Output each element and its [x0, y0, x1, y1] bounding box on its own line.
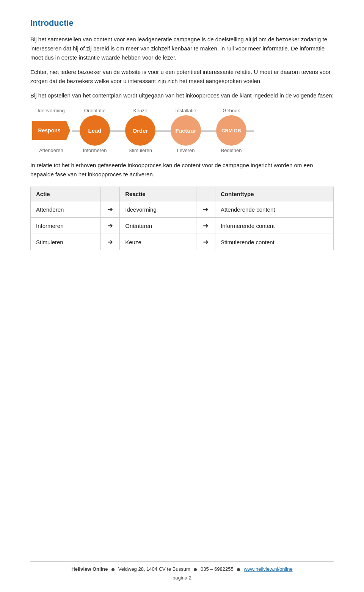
td-content-3: Stimulerende content: [215, 234, 334, 250]
respons-shape: Respons: [30, 117, 72, 144]
footer-phone: 035 – 6982255: [201, 566, 234, 572]
circle-lead: Lead: [80, 115, 110, 146]
footer-dot-3: [237, 568, 240, 571]
page-footer: Heliview Online Veldweg 28, 1404 CV te B…: [30, 561, 334, 581]
content-table: Actie Reactie Contenttype Attenderen ➜ I…: [30, 187, 334, 250]
bottom-label-attenderen: Attenderen: [30, 148, 72, 153]
diagram-bottom-labels: Attenderen Informeren Stimuleren Leveren…: [30, 148, 311, 153]
process-diagram: Ideevorming Orientatie Keuze Installatie…: [30, 108, 311, 153]
td-arrow1-3: ➜: [101, 234, 120, 250]
footer-website-link[interactable]: www.heliview.nl/online: [244, 566, 293, 572]
top-label-keuze: Keuze: [118, 108, 163, 113]
paragraph-3: Bij het opstellen van het contentplan wo…: [30, 91, 334, 100]
top-label-orientatie: Orientatie: [72, 108, 118, 113]
td-arrow2-2: ➜: [196, 218, 215, 234]
td-arrow2-3: ➜: [196, 234, 215, 250]
table-row: Informeren ➜ Oriënteren ➜ Informerende c…: [31, 218, 334, 234]
th-reactie: Reactie: [120, 187, 196, 201]
paragraph-after-diagram: In relatie tot het hierboven gefaseerde …: [30, 161, 334, 179]
td-reactie-2: Oriënteren: [120, 218, 196, 234]
td-content-1: Attenderende content: [215, 201, 334, 218]
footer-company: Heliview Online: [71, 566, 108, 572]
lead-col: Lead: [72, 115, 118, 146]
td-arrow1-1: ➜: [101, 201, 120, 218]
bottom-label-bedienen: Bedienen: [209, 148, 254, 153]
top-label-installatie: Installatie: [163, 108, 209, 113]
paragraph-2: Echter, niet iedere bezoeker van de webs…: [30, 68, 334, 86]
td-arrow2-1: ➜: [196, 201, 215, 218]
diagram-top-labels: Ideevorming Orientatie Keuze Installatie…: [30, 108, 311, 113]
footer-address: Veldweg 28, 1404 CV te Bussum: [118, 566, 190, 572]
circle-factuur: Factuur: [171, 115, 201, 146]
bottom-label-informeren: Informeren: [72, 148, 118, 153]
top-label-ideevorming: Ideevorming: [30, 108, 72, 113]
order-col: Order: [118, 115, 163, 146]
page-title: Introductie: [30, 18, 334, 28]
bottom-label-leveren: Leveren: [163, 148, 209, 153]
th-arrow1: [101, 187, 120, 201]
td-content-2: Informerende content: [215, 218, 334, 234]
td-reactie-3: Keuze: [120, 234, 196, 250]
svg-text:Respons: Respons: [38, 127, 60, 133]
page-content: Introductie Bij het samenstellen van con…: [0, 0, 364, 281]
footer-dot-1: [111, 568, 115, 571]
td-arrow1-2: ➜: [101, 218, 120, 234]
circle-crmdb: CRM DB: [216, 115, 246, 146]
paragraph-1: Bij het samenstellen van content voor ee…: [30, 35, 334, 62]
table-row: Attenderen ➜ Ideevorming ➜ Attenderende …: [31, 201, 334, 218]
td-reactie-1: Ideevorming: [120, 201, 196, 218]
td-actie-3: Stimuleren: [31, 234, 101, 250]
bottom-label-stimuleren: Stimuleren: [118, 148, 163, 153]
th-actie: Actie: [31, 187, 101, 201]
footer-dot-2: [194, 568, 197, 571]
th-contenttype: Contenttype: [215, 187, 334, 201]
top-label-gebruik: Gebruik: [209, 108, 254, 113]
crmdb-col: CRM DB: [209, 115, 254, 146]
table-header-row: Actie Reactie Contenttype: [31, 187, 334, 201]
td-actie-1: Attenderen: [31, 201, 101, 218]
td-actie-2: Informeren: [31, 218, 101, 234]
circle-order: Order: [125, 115, 155, 146]
diagram-middle-row: Respons Lead Order Factuur CRM DB: [30, 115, 311, 146]
table-row: Stimuleren ➜ Keuze ➜ Stimulerende conten…: [31, 234, 334, 250]
factuur-col: Factuur: [163, 115, 209, 146]
page-number: pagina 2: [30, 575, 334, 581]
th-arrow2: [196, 187, 215, 201]
